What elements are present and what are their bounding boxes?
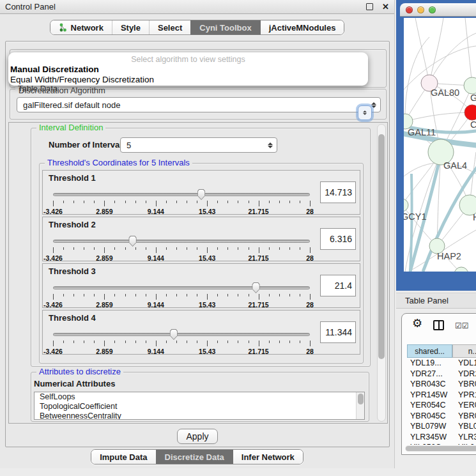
slider-track[interactable]: [53, 240, 310, 243]
apply-button[interactable]: Apply: [177, 429, 218, 444]
table-row[interactable]: YER054CYER0: [407, 400, 476, 411]
settings-vertical-scrollbar[interactable]: [377, 124, 386, 422]
tick-label: 28: [306, 348, 314, 355]
tick-label: -3.426: [43, 348, 63, 355]
table-row[interactable]: YBR045CYBR0: [407, 411, 476, 422]
minimize-traffic-light-icon[interactable]: [417, 6, 424, 13]
network-node-label: GA: [470, 93, 476, 103]
tick-mark: [187, 341, 187, 343]
attributes-list-scrollbar[interactable]: [356, 392, 364, 419]
network-edge[interactable]: [465, 18, 472, 86]
network-edge[interactable]: [410, 174, 412, 272]
tab-cyni-toolbox[interactable]: Cyni Toolbox: [190, 20, 259, 35]
scrollbar-thumb[interactable]: [378, 134, 385, 359]
close-icon[interactable]: ✕: [382, 3, 389, 11]
float-window-icon[interactable]: [366, 3, 373, 10]
table-column-header-shared[interactable]: shared...: [407, 344, 452, 358]
bottom-tab-impute-data[interactable]: Impute Data: [91, 450, 155, 464]
table-horizontal-scrollbar[interactable]: [405, 445, 476, 452]
popup-menu-item[interactable]: Equal Width/Frequency Discretization: [8, 75, 368, 85]
table-panel: ⚙ ☑☑ shared... n... YDL19...YDL1YDR27...…: [401, 313, 476, 455]
threshold-value-field[interactable]: 21.4: [320, 275, 356, 296]
network-node[interactable]: [464, 77, 476, 94]
threshold-value-field[interactable]: 6.316: [320, 228, 356, 250]
split-column-icon[interactable]: [433, 320, 444, 330]
network-edge[interactable]: [405, 112, 472, 121]
threshold-value-field[interactable]: 14.713: [320, 181, 356, 203]
threshold-value-field[interactable]: 11.344: [320, 321, 356, 343]
tick-label: 9.144: [148, 348, 164, 355]
tick-mark: [156, 341, 157, 346]
gear-icon[interactable]: ⚙: [412, 318, 422, 329]
tab-network[interactable]: Network: [50, 20, 112, 35]
scrollbar-thumb[interactable]: [406, 446, 476, 451]
network-graph[interactable]: GAL80GACGAL11GAL4GCY1HHAP2: [404, 18, 476, 272]
scrollbar-thumb[interactable]: [358, 394, 364, 404]
slider-thumb[interactable]: [251, 282, 261, 293]
slider-track[interactable]: [53, 193, 310, 196]
close-traffic-light-icon[interactable]: [406, 6, 413, 13]
tick-mark: [146, 201, 146, 203]
table-cell-shared-name: YBR043C: [407, 380, 452, 388]
tick-mark: [217, 341, 218, 343]
table-row[interactable]: YPR145WYPR1: [407, 390, 476, 401]
tick-mark: [63, 341, 64, 343]
network-node[interactable]: [404, 199, 408, 211]
attribute-list-item[interactable]: SelfLoops: [35, 392, 364, 402]
tick-mark: [63, 247, 64, 250]
table-row[interactable]: YBR043CYBR0: [407, 379, 476, 390]
slider-thumb[interactable]: [197, 189, 206, 200]
number-of-intervals-combobox[interactable]: 5: [120, 137, 277, 153]
network-edge[interactable]: [415, 18, 429, 83]
tick-mark: [217, 247, 218, 250]
tick-mark: [238, 201, 238, 203]
tick-mark: [238, 341, 238, 343]
network-node-label: H: [473, 212, 476, 222]
threshold-panel: Threshold 1-3.4262.8599.14415.4321.71528…: [42, 170, 360, 215]
threshold-slider[interactable]: -3.4262.8599.14415.4321.71528: [53, 188, 310, 214]
cyni-toolbox-panel: Discretization Algorithm Table Data galF…: [5, 41, 390, 447]
slider-thumb[interactable]: [128, 236, 137, 247]
network-node-label: GAL11: [408, 127, 436, 137]
algorithm-combo-stepper[interactable]: [358, 105, 372, 120]
table-row[interactable]: YLR345WYLR3: [407, 432, 476, 443]
bottom-tab-discretize-data[interactable]: Discretize Data: [156, 450, 233, 464]
bottom-tab-infer-network[interactable]: Infer Network: [233, 450, 303, 464]
tick-mark: [135, 201, 136, 203]
threshold-label: Threshold 4: [49, 313, 96, 323]
threshold-slider[interactable]: -3.4262.8599.14415.4321.71528: [53, 235, 310, 261]
tab-jactivemnodules[interactable]: jActiveMNodules: [260, 20, 344, 35]
network-canvas[interactable]: GAL80GACGAL11GAL4GCY1HHAP2: [404, 18, 476, 272]
slider-thumb[interactable]: [169, 329, 178, 340]
threshold-slider[interactable]: -3.4262.8599.14415.4321.71528: [53, 282, 310, 307]
table-row[interactable]: YIL052CYIL0: [407, 442, 476, 445]
attribute-list-item[interactable]: BetweennessCentrality: [35, 411, 364, 420]
table-row[interactable]: YBL079WYBL0: [407, 421, 476, 432]
tab-style[interactable]: Style: [112, 20, 149, 35]
numerical-attributes-list[interactable]: SelfLoopsTopologicalCoefficientBetweenne…: [34, 392, 365, 420]
slider-track[interactable]: [53, 286, 310, 289]
bottom-tab-row: Impute DataDiscretize DataInfer Network: [0, 449, 394, 464]
combo-stepper-icon[interactable]: [266, 142, 274, 148]
network-window-titlebar[interactable]: [400, 3, 476, 17]
tick-mark: [53, 294, 54, 300]
slider-track[interactable]: [53, 333, 310, 336]
thresholds-group-title: Threshold's Coordinates for 5 Intervals: [45, 158, 192, 167]
network-edge[interactable]: [429, 18, 443, 83]
network-node[interactable]: [454, 267, 468, 272]
zoom-traffic-light-icon[interactable]: [429, 6, 436, 13]
tick-mark: [94, 341, 95, 343]
tick-mark: [104, 341, 105, 346]
table-row[interactable]: YDL19...YDL1: [407, 358, 476, 369]
table-cell-shared-name: YER054C: [407, 401, 452, 410]
attribute-list-item[interactable]: TopologicalCoefficient: [35, 402, 364, 411]
table-cell-name: YBR0: [452, 380, 476, 388]
table-column-header-name[interactable]: n...: [452, 344, 476, 358]
table-data-combobox[interactable]: galFiltered.sif default node: [17, 97, 381, 112]
popup-menu-item[interactable]: Manual Discretization: [8, 65, 368, 75]
table-row[interactable]: YDR27...YDR2: [407, 369, 476, 380]
threshold-slider[interactable]: -3.4262.8599.14415.4321.71528: [53, 328, 310, 354]
checkboxes-icon[interactable]: ☑☑: [455, 321, 469, 330]
tab-select[interactable]: Select: [149, 20, 190, 35]
network-node[interactable]: [464, 105, 476, 120]
